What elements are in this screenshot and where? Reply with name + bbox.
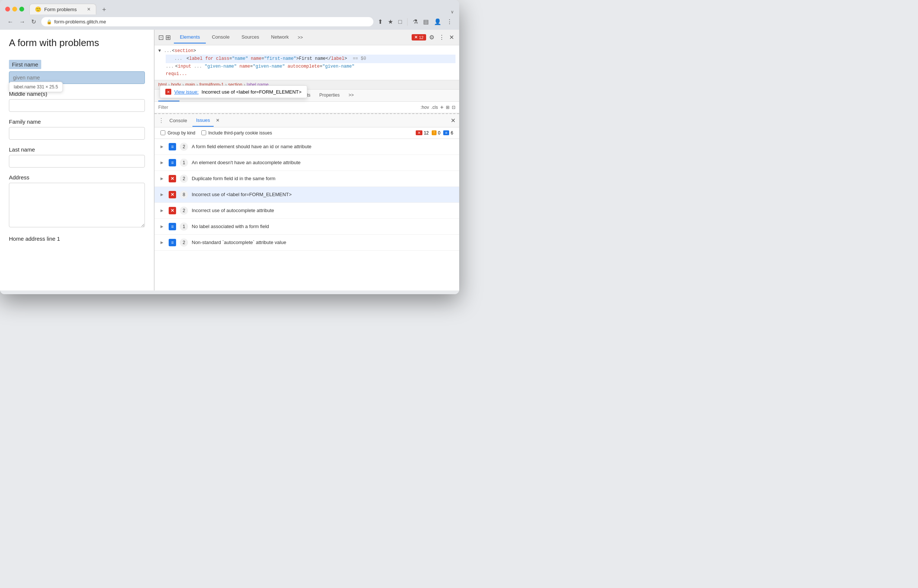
issue-row-3[interactable]: ▶ ✕ 2 Duplicate form field id in the sam… [155,171,459,187]
devtools-settings-button[interactable]: ⚙ [428,32,436,42]
devtools-more-button[interactable]: ⋮ [437,32,446,42]
browser-tab-active[interactable]: 🙂 Form problems ✕ [29,4,96,15]
expand-icon-7[interactable]: ▶ [160,240,165,244]
issue-text-1: A form field element should have an id o… [192,144,311,149]
error-count-badge: ✕ 12 [416,130,429,136]
tab-more-styles[interactable]: >> [344,89,358,102]
html-line-required: requi... [166,71,456,78]
expand-icon-6[interactable]: ▶ [160,225,165,228]
issue-row-5[interactable]: ▶ ✕ 2 Incorrect use of autocomplete attr… [155,203,459,219]
back-button[interactable]: ← [5,18,16,26]
issue-count-1: 2 [180,143,188,151]
issues-filters: Group by kind Include third-party cookie… [155,128,459,139]
family-name-input[interactable] [9,127,145,140]
expand-arrow[interactable]: ▼ [158,48,161,55]
inspect-icon[interactable]: ⊡ [158,34,164,42]
devtools-close-button[interactable]: ✕ [448,32,456,42]
tab-network[interactable]: Network [265,31,295,44]
drag-handle[interactable]: ⋮ [158,117,164,124]
expand-icon-5[interactable]: ▶ [160,208,165,212]
error-count-icon: ✕ [416,130,422,135]
browser-actions: ⬆ ★ □ ⚗ ▤ 👤 ⋮ [377,17,454,27]
tab-issues[interactable]: Issues [192,115,214,127]
html-line-input: ... <input ... "given-name" name="given-… [166,63,456,70]
forward-button[interactable]: → [17,18,27,26]
last-name-group: Last name [9,146,145,168]
error-badge: ✕ 12 [412,34,426,40]
expand-icon-4[interactable]: ▶ [160,192,165,197]
first-name-group: First name [9,60,145,84]
tabs-more-button[interactable]: >> [294,34,306,42]
issue-icon-7: ≡ [169,239,176,246]
lab-button[interactable]: ⚗ [411,17,419,27]
expand-icon-1[interactable]: ▶ [160,144,165,149]
sidebar-button[interactable]: ▤ [422,17,430,27]
warning-count-icon: ! [432,130,436,135]
html-line-label[interactable]: ... <label for class="name" name="first-… [166,55,456,63]
new-tab-button[interactable]: + [99,6,110,14]
maximize-traffic-light[interactable] [19,7,24,11]
add-style-button[interactable]: + [440,104,444,111]
address-group: Address [9,174,145,229]
tab-sources[interactable]: Sources [236,31,265,44]
tab-console[interactable]: Console [206,31,236,44]
issue-count-7: 2 [180,239,188,247]
minimize-traffic-light[interactable] [12,7,17,11]
tab-expand-icon[interactable]: ∨ [451,9,454,15]
nav-buttons: ← → ↻ [5,18,38,26]
tab-console-issues[interactable]: Console [166,115,191,126]
extensions-button[interactable]: □ [397,17,404,27]
refresh-button[interactable]: ↻ [29,18,38,26]
middle-name-input[interactable] [9,99,145,112]
issue-icon-4: ✕ [169,191,176,198]
tab-close-button[interactable]: ✕ [87,7,91,12]
issue-row-7[interactable]: ▶ ≡ 2 Non-standard `autocomplete` attrib… [155,235,459,251]
issue-text-4: Incorrect use of <label for=FORM_ELEMENT… [192,192,292,197]
info-count-value: 6 [451,130,453,136]
last-name-input[interactable] [9,155,145,168]
menu-button[interactable]: ⋮ [445,17,454,27]
home-address-group: Home address line 1 [9,236,145,242]
bookmark-button[interactable]: ★ [386,17,394,27]
info-count-icon: ≡ [443,130,449,135]
close-traffic-light[interactable] [5,7,10,11]
html-line-section: ▼ ... <section> [158,48,456,55]
third-party-input[interactable] [201,130,206,135]
expand-icon-2[interactable]: ▶ [160,160,165,165]
filter-actions: :hov .cls + ⊞ ⊡ [420,104,456,111]
copy-style-button[interactable]: ⊞ [446,105,449,110]
issue-text-6: No label associated with a form field [192,224,269,229]
webpage-panel: label.name 331 × 25.5 A form with proble… [0,30,154,291]
address-textarea[interactable] [9,183,145,227]
family-name-label: Family name [9,118,145,125]
address-label: Address [9,174,145,181]
address-url: form-problems.glitch.me [54,19,106,24]
issues-tab-close[interactable]: ✕ [216,118,220,123]
hov-filter-button[interactable]: :hov [420,105,429,110]
issue-row-6[interactable]: ▶ ≡ 1 No label associated with a form fi… [155,219,459,235]
third-party-checkbox[interactable]: Include third-party cookie issues [201,130,272,136]
issue-row-4[interactable]: ▶ ✕ 8 Incorrect use of <label for=FORM_E… [155,187,459,203]
tab-favicon: 🙂 [35,6,41,12]
share-button[interactable]: ⬆ [377,17,384,27]
issue-row-2[interactable]: ▶ ≡ 1 An element doesn't have an autocom… [155,155,459,171]
view-issue-link[interactable]: View issue: [174,89,199,95]
more-style-button[interactable]: ⊡ [452,105,456,110]
styles-filter-input[interactable] [158,105,418,110]
html-viewer: ▼ ... <section> ... <label for class="na… [155,45,459,80]
group-by-kind-checkbox[interactable]: Group by kind [160,130,196,136]
address-input[interactable]: 🔒 form-problems.glitch.me [41,17,373,26]
issue-row-1[interactable]: ▶ ≡ 2 A form field element should have a… [155,139,459,155]
tab-properties[interactable]: Properties [315,89,344,102]
profile-button[interactable]: 👤 [432,17,443,27]
expand-icon-3[interactable]: ▶ [160,176,165,181]
group-by-kind-input[interactable] [160,130,165,135]
lock-icon: 🔒 [47,19,52,24]
group-by-kind-label: Group by kind [168,130,196,136]
panel-close-button[interactable]: ✕ [451,117,456,124]
cls-filter-button[interactable]: .cls [432,105,438,110]
issue-icon-1: ≡ [169,143,176,150]
issues-list: ▶ ≡ 2 A form field element should have a… [155,139,459,291]
tab-elements[interactable]: Elements [174,31,206,44]
responsive-icon[interactable]: ⊞ [165,34,171,42]
